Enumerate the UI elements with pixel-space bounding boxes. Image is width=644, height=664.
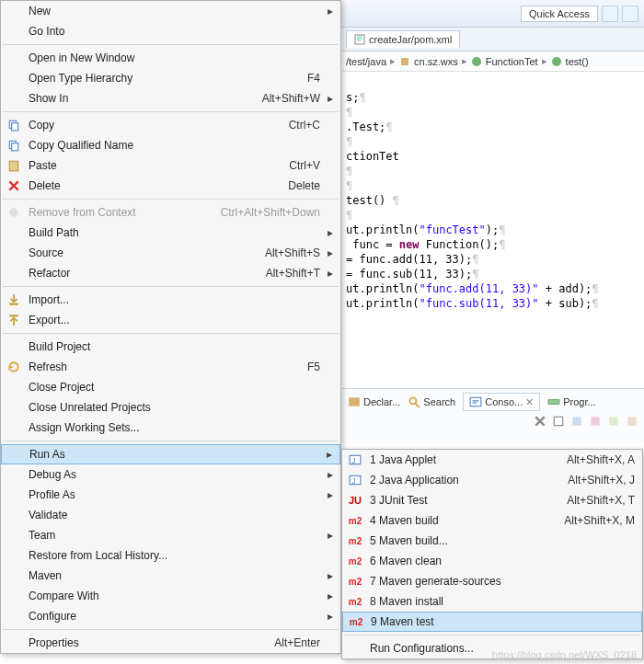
menu-maven[interactable]: Maven▸ xyxy=(1,566,340,586)
editor-tab[interactable]: createJar/pom.xml xyxy=(346,30,460,48)
refresh-icon xyxy=(7,361,20,373)
maven-icon: m2 xyxy=(350,617,362,627)
submenu-item[interactable]: J2 Java ApplicationAlt+Shift+X, J xyxy=(342,470,642,490)
separator xyxy=(3,441,339,441)
svg-rect-13 xyxy=(627,417,636,425)
svg-rect-10 xyxy=(572,417,581,425)
menu-show-in[interactable]: Show InAlt+Shift+W▸ xyxy=(1,88,340,109)
clear-icon[interactable] xyxy=(552,415,565,428)
menu-compare-with[interactable]: Compare With▸ xyxy=(1,586,340,606)
perspective-icon[interactable] xyxy=(602,6,618,22)
maven-icon: m2 xyxy=(349,536,362,546)
bottom-panel: Declar... Search Conso... ✕ Progr... xyxy=(342,388,644,443)
tab-search[interactable]: Search xyxy=(408,395,455,408)
chevron-right-icon: ▸ xyxy=(462,55,467,67)
close-icon[interactable]: ✕ xyxy=(525,396,534,408)
submenu-item[interactable]: m26 Maven clean xyxy=(342,551,642,571)
menu-new[interactable]: New▸ xyxy=(1,1,340,21)
separator xyxy=(344,635,640,635)
code-editor[interactable]: s;¶ ¶ .Test;¶ ¶ ctionTet ¶ ¶ test() ¶ ¶ … xyxy=(342,72,644,315)
menu-source[interactable]: SourceAlt+Shift+S▸ xyxy=(1,243,340,263)
menu-configure[interactable]: Configure▸ xyxy=(1,606,340,626)
quick-access-input[interactable]: Quick Access xyxy=(521,6,598,22)
menu-run-as[interactable]: Run As▸ xyxy=(1,444,340,464)
menu-close-unrelated[interactable]: Close Unrelated Projects xyxy=(1,397,340,418)
svg-rect-15 xyxy=(12,123,18,131)
submenu-item-label: 3 JUnit Test xyxy=(368,494,534,507)
scroll-lock-icon[interactable] xyxy=(570,415,583,428)
breadcrumb-method[interactable]: test() xyxy=(566,56,589,67)
menu-refactor[interactable]: RefactorAlt+Shift+T▸ xyxy=(1,263,340,283)
menu-export[interactable]: Export... xyxy=(1,310,340,330)
menu-assign-working-sets[interactable]: Assign Working Sets... xyxy=(1,418,340,438)
svg-rect-1 xyxy=(401,58,408,65)
submenu-run-configurations[interactable]: Run Configurations... xyxy=(342,638,642,658)
menu-validate[interactable]: Validate xyxy=(1,505,340,525)
copy-qualified-icon xyxy=(7,139,20,152)
perspective-icon-2[interactable] xyxy=(622,6,638,22)
menu-properties[interactable]: PropertiesAlt+Enter xyxy=(1,633,340,653)
submenu-item[interactable]: m29 Maven test xyxy=(342,612,642,632)
menu-copy[interactable]: CopyCtrl+C xyxy=(1,115,340,135)
submenu-item-shortcut: Alt+Shift+X, A xyxy=(534,453,635,466)
maven-icon: m2 xyxy=(349,556,362,567)
menu-go-into[interactable]: Go Into xyxy=(1,21,340,41)
submenu-item-shortcut: Alt+Shift+X, T xyxy=(534,494,635,507)
paste-icon xyxy=(7,159,20,172)
svg-rect-17 xyxy=(12,143,18,151)
submenu-item-label: Run Configurations... xyxy=(368,642,534,655)
svg-rect-11 xyxy=(591,417,599,425)
progress-icon xyxy=(547,395,560,408)
submenu-item-label: 9 Maven test xyxy=(369,615,533,628)
svg-rect-12 xyxy=(609,417,617,425)
menu-delete[interactable]: DeleteDelete xyxy=(1,176,340,196)
menu-import[interactable]: Import... xyxy=(1,290,340,310)
menu-paste[interactable]: PasteCtrl+V xyxy=(1,155,340,176)
submenu-item[interactable]: m25 Maven build... xyxy=(342,531,642,551)
submenu-item-label: 5 Maven build... xyxy=(368,534,534,547)
tab-console[interactable]: Conso... ✕ xyxy=(463,393,540,411)
breadcrumb-class[interactable]: FunctionTet xyxy=(486,56,538,67)
submenu-item-label: 2 Java Application xyxy=(368,474,534,487)
pin-icon[interactable] xyxy=(589,415,602,428)
submenu-item[interactable]: J1 Java AppletAlt+Shift+X, A xyxy=(342,450,642,470)
method-icon xyxy=(551,56,562,67)
menu-team[interactable]: Team▸ xyxy=(1,525,340,545)
menu-copy-qualified[interactable]: Copy Qualified Name xyxy=(1,135,340,155)
remove-icon[interactable] xyxy=(534,415,546,428)
class-icon xyxy=(471,56,482,67)
chevron-right-icon: ▸ xyxy=(390,55,396,67)
menu-restore-history[interactable]: Restore from Local History... xyxy=(1,545,340,566)
submenu-item[interactable]: JU3 JUnit TestAlt+Shift+X, T xyxy=(342,490,642,510)
breadcrumb-path[interactable]: /test/java xyxy=(346,56,386,67)
export-icon xyxy=(7,314,20,326)
svg-rect-8 xyxy=(548,400,559,405)
menu-profile-as[interactable]: Profile As▸ xyxy=(1,485,340,505)
menu-build-project[interactable]: Build Project xyxy=(1,337,340,357)
import-icon xyxy=(7,293,20,306)
menu-refresh[interactable]: RefreshF5 xyxy=(1,357,340,377)
tab-declaration[interactable]: Declar... xyxy=(348,395,400,408)
separator xyxy=(3,286,339,287)
separator xyxy=(3,199,339,200)
breadcrumb-package[interactable]: cn.sz.wxs xyxy=(414,56,458,67)
menu-open-new-window[interactable]: Open in New Window xyxy=(1,48,340,68)
menu-close-project[interactable]: Close Project xyxy=(1,377,340,397)
file-icon xyxy=(354,34,365,45)
svg-point-3 xyxy=(552,57,561,66)
maven-icon: m2 xyxy=(349,577,362,587)
submenu-item[interactable]: m28 Maven install xyxy=(342,591,642,612)
menu-open-type-hierarchy[interactable]: Open Type HierarchyF4 xyxy=(1,68,340,88)
submenu-item-shortcut: Alt+Shift+X, J xyxy=(534,474,635,487)
submenu-item[interactable]: m24 Maven buildAlt+Shift+X, M xyxy=(342,510,642,531)
tab-progress[interactable]: Progr... xyxy=(547,395,595,408)
separator xyxy=(3,333,339,334)
display-icon[interactable] xyxy=(607,415,620,428)
open-console-icon[interactable] xyxy=(626,415,638,428)
breadcrumb: /test/java ▸ cn.sz.wxs ▸ FunctionTet ▸ t… xyxy=(342,52,644,72)
menu-debug-as[interactable]: Debug As▸ xyxy=(1,464,340,485)
svg-point-2 xyxy=(472,57,481,66)
context-menu: New▸ Go Into Open in New Window Open Typ… xyxy=(0,0,341,654)
submenu-item[interactable]: m27 Maven generate-sources xyxy=(342,571,642,591)
menu-build-path[interactable]: Build Path▸ xyxy=(1,223,340,243)
